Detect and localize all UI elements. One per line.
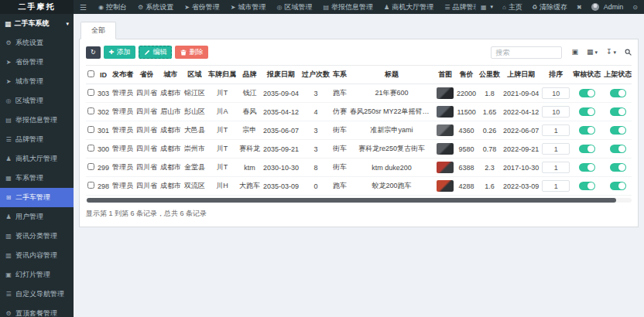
sort-input[interactable] bbox=[542, 87, 570, 99]
shelf-toggle[interactable] bbox=[610, 163, 626, 172]
search-icon-button[interactable] bbox=[625, 49, 632, 56]
scrollbar-thumb[interactable] bbox=[87, 198, 616, 203]
columns-dropdown-button[interactable]: ▦▾ bbox=[587, 49, 598, 56]
nav-item-区域管理[interactable]: ◎区域管理 bbox=[272, 0, 318, 14]
cell-id: 299 bbox=[96, 158, 111, 177]
paging-toggle-button[interactable]: ▣ bbox=[571, 49, 578, 56]
cell-price: 22000 bbox=[455, 84, 478, 103]
shelf-toggle[interactable] bbox=[610, 145, 626, 153]
clear-cache-link[interactable]: ♻ 清除缓存 bbox=[527, 2, 572, 12]
sidebar-item-商机大厅管理[interactable]: ♟商机大厅管理 bbox=[0, 149, 74, 169]
sidebar-toggle-button[interactable]: ☰ bbox=[74, 0, 93, 14]
system-icon: ▦ bbox=[5, 20, 12, 28]
image-icon: ▣ bbox=[5, 271, 12, 278]
select-all-checkbox[interactable] bbox=[87, 70, 94, 77]
nav-item-控制台[interactable]: ◉控制台 bbox=[93, 0, 132, 14]
row-checkbox[interactable] bbox=[87, 89, 94, 96]
sidebar-item-二手车管理[interactable]: ⊞二手车管理 bbox=[0, 188, 74, 207]
audit-toggle[interactable] bbox=[579, 107, 595, 116]
cell-shelf bbox=[602, 121, 632, 140]
row-checkbox[interactable] bbox=[87, 107, 94, 114]
sort-input[interactable] bbox=[542, 162, 570, 173]
sidebar-item-资讯分类管理[interactable]: ▥资讯分类管理 bbox=[0, 227, 74, 246]
sidebar-header[interactable]: ▦ 二手车系统 ▾ bbox=[0, 14, 74, 33]
column-header-reg_date: 上牌日期 bbox=[502, 66, 540, 84]
cell-district: 锦江区 bbox=[183, 84, 207, 103]
sort-input[interactable] bbox=[542, 143, 570, 155]
sidebar-item-品牌管理[interactable]: ☰品牌管理 bbox=[0, 130, 74, 149]
audit-toggle[interactable] bbox=[579, 126, 595, 135]
export-dropdown-button[interactable]: ↧▾ bbox=[606, 49, 616, 56]
nav-item-省份管理[interactable]: ➤省份管理 bbox=[179, 0, 225, 14]
nav-item-城市管理[interactable]: ➤城市管理 bbox=[225, 0, 272, 14]
cell-series: 街车 bbox=[331, 158, 348, 177]
sidebar-item-幻灯片管理[interactable]: ▣幻灯片管理 bbox=[0, 265, 74, 285]
sidebar-item-置顶套餐管理[interactable]: ⚙置顶套餐管理 bbox=[0, 304, 74, 317]
sidebar-item-自定义导航管理[interactable]: ☰自定义导航管理 bbox=[0, 285, 74, 304]
fullscreen-button[interactable]: ✖ bbox=[572, 4, 587, 11]
cell-transfers: 0 bbox=[300, 177, 331, 196]
cell-id: 303 bbox=[96, 84, 111, 103]
nav-item-label: 省份管理 bbox=[192, 2, 220, 12]
cell-mileage: 0.78 bbox=[478, 140, 502, 158]
nav-item-品牌管理[interactable]: ☰品牌管理 bbox=[439, 0, 476, 14]
pencil-icon bbox=[144, 49, 150, 56]
sidebar-item-举报信息管理[interactable]: ▤举报信息管理 bbox=[0, 111, 74, 130]
audit-toggle[interactable] bbox=[579, 145, 595, 153]
grid-icon: ▦ bbox=[5, 175, 12, 182]
power-icon: ⊙ bbox=[632, 4, 638, 11]
cell-province: 四川省 bbox=[135, 158, 159, 177]
sidebar-item-区域管理[interactable]: ◎区域管理 bbox=[0, 91, 74, 111]
sort-input[interactable] bbox=[542, 106, 570, 118]
sidebar-item-用户管理[interactable]: ♟用户管理 bbox=[0, 207, 74, 227]
nav-item-举报信息管理[interactable]: ▤举报信息管理 bbox=[318, 0, 379, 14]
nav-item-商机大厅管理[interactable]: ♟商机大厅管理 bbox=[379, 0, 439, 14]
sort-input[interactable] bbox=[542, 124, 570, 136]
more-menus-dropdown[interactable]: ▦ ▾ bbox=[476, 4, 498, 11]
home-link[interactable]: ⌂ 主页 bbox=[498, 2, 527, 12]
shelf-toggle[interactable] bbox=[610, 182, 626, 190]
column-header-series: 车系 bbox=[331, 66, 348, 84]
user-icon: ♟ bbox=[384, 4, 389, 11]
user-menu[interactable]: Admin bbox=[587, 3, 629, 11]
add-button[interactable]: ✚ 添加 bbox=[104, 46, 136, 59]
audit-toggle[interactable] bbox=[579, 182, 595, 190]
logout-button[interactable]: ⊙ bbox=[628, 4, 642, 11]
row-checkbox[interactable] bbox=[87, 182, 94, 189]
row-checkbox[interactable] bbox=[87, 145, 94, 152]
tab-all[interactable]: 全部 bbox=[80, 22, 116, 39]
audit-toggle[interactable] bbox=[579, 163, 595, 172]
sidebar-header-label: 二手车系统 bbox=[15, 19, 50, 29]
cell-scrap_date: 2030-10-30 bbox=[262, 158, 300, 177]
sidebar-item-系统设置[interactable]: ⚙系统设置 bbox=[0, 33, 74, 53]
sidebar-item-车系管理[interactable]: ▦车系管理 bbox=[0, 169, 74, 188]
toggle-knob bbox=[587, 145, 594, 152]
nav-item-系统设置[interactable]: ⚙系统设置 bbox=[132, 0, 179, 14]
shelf-toggle[interactable] bbox=[610, 107, 626, 116]
cell-sort bbox=[540, 140, 571, 158]
shelf-toggle[interactable] bbox=[610, 126, 626, 135]
refresh-button[interactable]: ↻ bbox=[86, 46, 101, 59]
delete-button[interactable]: 删除 bbox=[175, 46, 208, 59]
sitemap-icon: ⊞ bbox=[5, 194, 12, 201]
report-icon: ▤ bbox=[324, 4, 330, 11]
search-input[interactable] bbox=[491, 46, 562, 59]
sort-input[interactable] bbox=[542, 180, 570, 192]
sidebar-item-label: 资讯分类管理 bbox=[15, 231, 57, 241]
sidebar-item-label: 自定义导航管理 bbox=[15, 289, 64, 299]
sidebar-item-资讯内容管理[interactable]: ▥资讯内容管理 bbox=[0, 246, 74, 265]
table-row: 302管理员四川省眉山市彭山区川A春风2035-04-124仿赛春风250sr … bbox=[86, 103, 632, 121]
cell-district: 金堂县 bbox=[183, 158, 207, 177]
sidebar-item-省份管理[interactable]: ➤省份管理 bbox=[0, 53, 74, 72]
row-checkbox[interactable] bbox=[87, 163, 94, 170]
cell-reg_date: 2017-10-30 bbox=[502, 158, 540, 177]
sidebar-item-城市管理[interactable]: ➤城市管理 bbox=[0, 72, 74, 91]
cell-shelf bbox=[602, 177, 632, 196]
edit-button[interactable]: 编辑 bbox=[139, 46, 172, 59]
user-icon: ♟ bbox=[5, 213, 12, 220]
audit-toggle[interactable] bbox=[579, 89, 595, 97]
column-header-city: 城市 bbox=[159, 66, 183, 84]
cell-shelf bbox=[602, 84, 632, 103]
shelf-toggle[interactable] bbox=[610, 89, 626, 97]
row-checkbox[interactable] bbox=[87, 126, 94, 133]
